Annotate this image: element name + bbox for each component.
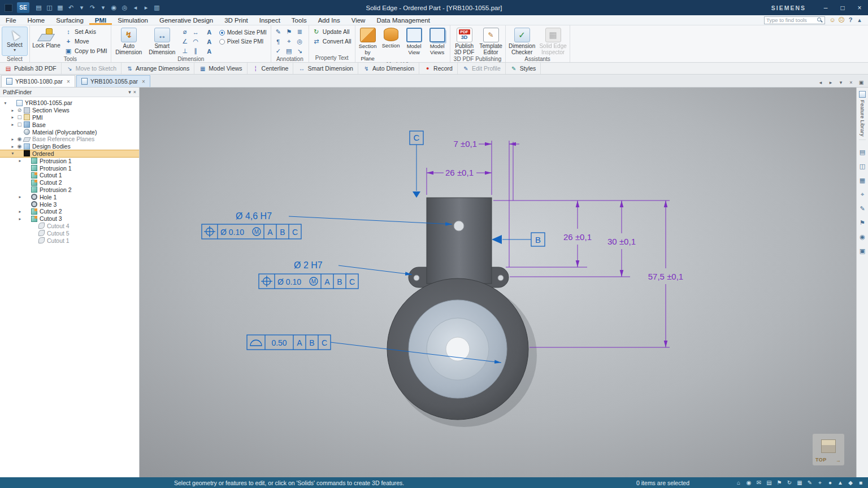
- tree-item-pmi[interactable]: ▸ ☐ PMI: [0, 114, 139, 121]
- tree-item-design-bodies[interactable]: ▸ ◉ Design Bodies: [0, 143, 139, 150]
- visibility-check-icon[interactable]: ⊘: [16, 107, 23, 113]
- maximize-button[interactable]: □: [834, 0, 851, 15]
- markup-status-icon[interactable]: ✎: [806, 479, 814, 487]
- sync-status-icon[interactable]: ↻: [785, 479, 793, 487]
- visibility-check-icon[interactable]: ◉: [16, 143, 23, 149]
- help-icon[interactable]: ?: [847, 16, 854, 24]
- leader-icon[interactable]: ⚑: [284, 27, 294, 37]
- messages-status-icon[interactable]: ✉: [755, 479, 763, 487]
- scroll-tabs-left-icon[interactable]: ◂: [816, 78, 825, 87]
- menu-tab-file[interactable]: File: [0, 15, 22, 25]
- tree-item-material[interactable]: Material (Polycarbonate): [0, 128, 139, 136]
- model-size-pmi-radio[interactable]: Model Size PMI: [219, 28, 267, 37]
- model-views-button[interactable]: Model Views: [427, 27, 448, 56]
- doc-tab-yrb100-1055[interactable]: YRB100-1055.par ×: [76, 75, 150, 87]
- expand-icon[interactable]: ▸: [17, 194, 23, 199]
- minimize-button[interactable]: –: [817, 0, 834, 15]
- redo-icon[interactable]: ↷: [88, 3, 97, 13]
- datum-target-icon[interactable]: ✓: [273, 46, 284, 56]
- undo-list-icon[interactable]: ▾: [77, 3, 86, 13]
- expand-icon[interactable]: ▸: [10, 144, 16, 149]
- undo-icon[interactable]: ↶: [66, 3, 76, 13]
- pixel-size-pmi-radio[interactable]: Pixel Size PMI: [219, 37, 267, 46]
- quick-record[interactable]: ● Record: [419, 63, 458, 74]
- pathfinder-panel-icon[interactable]: ▤: [858, 148, 867, 156]
- visibility-check-icon[interactable]: ☐: [16, 122, 23, 128]
- select-dropdown-icon[interactable]: ▾: [14, 48, 16, 53]
- dimension-style-icon[interactable]: A: [204, 46, 215, 56]
- pathfinder-menu-icon[interactable]: ▾: [128, 89, 131, 95]
- menu-tab-home[interactable]: Home: [22, 15, 51, 25]
- app-logo[interactable]: SE: [17, 2, 29, 13]
- next-view-icon[interactable]: ▸: [141, 3, 151, 13]
- library-panel-icon[interactable]: ◫: [858, 162, 867, 171]
- alert-status-icon[interactable]: ▲: [836, 479, 844, 487]
- record-status-icon[interactable]: ●: [826, 479, 834, 487]
- previous-view-icon[interactable]: ◂: [131, 3, 140, 13]
- tree-item-section-views[interactable]: ▸ ⊘ Section Views: [0, 107, 139, 114]
- tree-item-cutout-1[interactable]: Cutout 1: [0, 172, 139, 179]
- symmetric-diameter-icon[interactable]: ∥: [190, 46, 201, 56]
- expand-icon[interactable]: ▾: [2, 101, 8, 106]
- distance-between-icon[interactable]: ↔: [190, 27, 201, 37]
- menu-tab-simulation[interactable]: Simulation: [112, 15, 154, 25]
- update-all-button[interactable]: ↻Update All: [311, 27, 353, 36]
- expand-icon[interactable]: ▸: [10, 108, 16, 113]
- menu-tab-view[interactable]: View: [346, 15, 371, 25]
- section-button[interactable]: Section: [380, 27, 402, 56]
- select-button[interactable]: Select ▾: [2, 27, 28, 56]
- theme-status-icon[interactable]: ■: [857, 479, 865, 487]
- menu-tab-pmi[interactable]: PMI: [89, 15, 112, 25]
- tree-item-base-reference-planes[interactable]: ▸ ◉ Base Reference Planes: [0, 136, 139, 143]
- doc-tab-yrb100-1080[interactable]: YRB100-1080.par ×: [1, 75, 75, 87]
- expand-icon[interactable]: ▾: [10, 151, 16, 156]
- feature-library-tab[interactable]: Feature Library: [859, 88, 866, 140]
- quick-centerline[interactable]: ╎ Centerline: [248, 63, 294, 74]
- menu-tab-add-ins[interactable]: Add Ins: [313, 15, 346, 25]
- layers-panel-icon[interactable]: ▣: [858, 247, 867, 255]
- scroll-tabs-right-icon[interactable]: ▸: [826, 78, 835, 87]
- quick-arrange-dimensions[interactable]: ⇅ Arrange Dimensions: [121, 63, 194, 74]
- issues-panel-icon[interactable]: ⚑: [858, 219, 867, 227]
- panel-toggle-icon[interactable]: ▣: [857, 78, 866, 87]
- angle-between-icon[interactable]: ∠: [180, 37, 190, 46]
- convert-all-button[interactable]: ⇄Convert All: [311, 37, 353, 46]
- home-status-icon[interactable]: ⌂: [735, 479, 743, 487]
- quick-styles[interactable]: ✎ Styles: [506, 63, 541, 74]
- view-orientation-cube[interactable]: TOP →: [813, 434, 844, 465]
- menu-tab-surfacing[interactable]: Surfacing: [50, 15, 89, 25]
- close-tab-icon[interactable]: ×: [142, 79, 145, 85]
- quick-model-views[interactable]: ▦ Model Views: [194, 63, 247, 74]
- quick-publish-3d-pdf[interactable]: ▤ Publish 3D PDF: [0, 63, 62, 74]
- tree-item-protrusion-1[interactable]: ▸ Protrusion 1: [0, 157, 139, 164]
- dimension-text-icon[interactable]: A: [204, 27, 215, 37]
- diameter-dimension-icon[interactable]: ⌀: [180, 27, 190, 37]
- expand-icon[interactable]: ▸: [17, 216, 23, 221]
- locate-status-icon[interactable]: ⌖: [816, 479, 824, 487]
- expand-icon[interactable]: ▸: [10, 122, 16, 127]
- dimension-checker-button[interactable]: ✓ Dimension Checker: [507, 27, 537, 56]
- visibility-check-icon[interactable]: ◉: [16, 136, 23, 142]
- notes-panel-icon[interactable]: ✎: [858, 204, 867, 213]
- feature-control-frame-icon[interactable]: ⌖: [284, 37, 294, 46]
- tree-item-protrusion-2[interactable]: Protrusion 2: [0, 186, 139, 194]
- arc-dimension-icon[interactable]: ◠: [190, 37, 201, 46]
- move-button[interactable]: +Move: [63, 37, 109, 46]
- presence-status-icon[interactable]: ◉: [745, 479, 753, 487]
- redo-list-icon[interactable]: ▾: [98, 3, 108, 13]
- tree-item-root[interactable]: ▾ YRB100-1055.par: [0, 99, 139, 107]
- menu-tab-inspect[interactable]: Inspect: [254, 15, 286, 25]
- tree-item-cutout-3[interactable]: ▸ Cutout 3: [0, 215, 139, 223]
- menu-tab-3d-print[interactable]: 3D Print: [219, 15, 254, 25]
- callout-icon[interactable]: ✎: [273, 27, 284, 37]
- quick-move-to-sketch[interactable]: ↘ Move to Sketch: [62, 63, 121, 74]
- accent-status-icon[interactable]: ◆: [847, 479, 854, 487]
- lock-plane-button[interactable]: Lock Plane: [32, 27, 61, 56]
- expand-icon[interactable]: ▸: [17, 209, 23, 214]
- weld-symbol-icon[interactable]: ▤: [284, 46, 294, 56]
- quick-smart-dimension[interactable]: ↔ Smart Dimension: [293, 63, 358, 74]
- notes-status-icon[interactable]: ▤: [765, 479, 773, 487]
- tree-item-cutout-2[interactable]: Cutout 2: [0, 179, 139, 186]
- close-tab-icon[interactable]: ×: [67, 79, 70, 85]
- datum-frame-icon[interactable]: ◎: [294, 37, 305, 46]
